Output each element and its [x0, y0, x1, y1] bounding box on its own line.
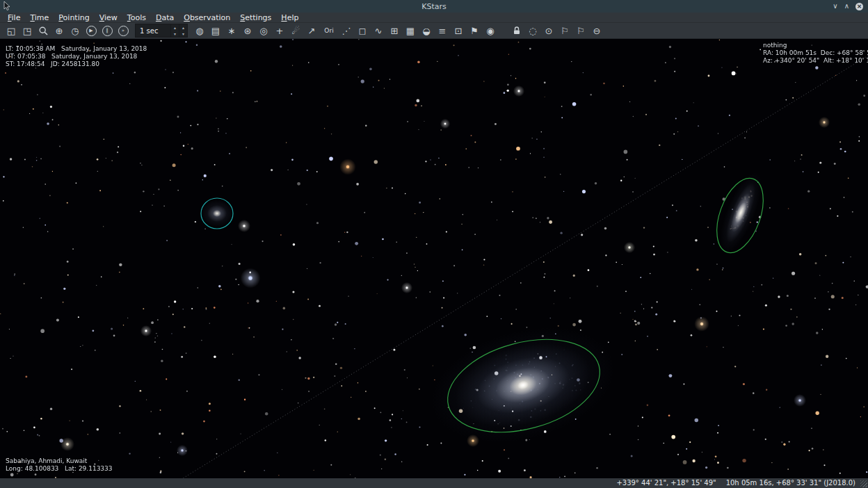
info-line: RA: 10h 00m 51s Dec: +68° 58' 57": [763, 49, 868, 57]
track-object-button[interactable]: ⊙: [541, 24, 556, 38]
toggle-deep-sky-objects-button[interactable]: ⊛: [240, 24, 255, 38]
zoom-out-button[interactable]: ◳: [19, 24, 35, 38]
toggle-comets-button[interactable]: ☄: [288, 24, 303, 38]
menu-pointing[interactable]: Pointing: [54, 13, 94, 23]
resize-grip[interactable]: [860, 480, 867, 487]
zoom-in-button[interactable]: ◱: [3, 24, 19, 38]
focus-info-panel: nothingRA: 10h 00m 51s Dec: +68° 58' 57"…: [763, 42, 868, 65]
time-step-arrows-2: ▴▾: [179, 24, 187, 37]
pause-clock-button[interactable]: ∥: [99, 24, 115, 38]
info-line: nothing: [763, 42, 868, 49]
find-object-button[interactable]: [35, 24, 51, 38]
toggle-constellation-names-button[interactable]: Ori: [320, 24, 338, 38]
center-telescope-button[interactable]: ◌: [525, 24, 540, 38]
menu-tools[interactable]: Tools: [122, 13, 151, 23]
toggle-stars-button[interactable]: ∗: [224, 24, 239, 38]
close-icon[interactable]: ×: [855, 3, 863, 10]
export-sky-image-button[interactable]: ▤: [208, 24, 223, 38]
observation-planner-button[interactable]: ⊡: [451, 24, 466, 38]
location-info-panel: Sabahiya, Ahmadi, KuwaitLong: 48.100833 …: [6, 457, 113, 473]
menu-data[interactable]: Data: [151, 13, 179, 23]
menu-observation[interactable]: Observation: [179, 13, 235, 23]
kstars-window: KStars ∨ ∧ × FileTimePointingViewToolsDa…: [0, 0, 868, 488]
titlebar[interactable]: KStars ∨ ∧ ×: [0, 0, 868, 13]
mouse-cursor: [3, 1, 12, 11]
whats-interesting-button[interactable]: ≡: [435, 24, 450, 38]
sky-view: LT: 10:05:38 AM Saturday, January 13, 20…: [0, 39, 868, 478]
toggle-constellation-boundaries-button[interactable]: ◻: [355, 24, 370, 38]
window-controls: ∨ ∧ ×: [833, 0, 863, 13]
toolbar-separator: [499, 23, 508, 38]
info-line: Long: 48.100833 Lat: 29.113333: [6, 465, 113, 473]
geographic-location-button[interactable]: ⊕: [51, 24, 67, 38]
sky-map[interactable]: [0, 39, 868, 478]
toggle-equatorial-grid-button[interactable]: ⊞: [387, 24, 402, 38]
menubar: FileTimePointingViewToolsDataObservation…: [0, 13, 868, 23]
coordinate-system-toggle[interactable]: ◍: [192, 24, 207, 38]
toggle-horizon-button[interactable]: ◒: [419, 24, 434, 38]
toggle-satellites-button[interactable]: ◉: [483, 24, 498, 38]
info-line: ST: 17:48:54 JD: 2458131.80: [6, 60, 147, 68]
advance-one-step-button[interactable]: »: [115, 24, 131, 38]
time-step-down-icon[interactable]: ▾: [179, 31, 187, 37]
menu-view[interactable]: View: [95, 13, 122, 23]
abort-mount-button[interactable]: ⊖: [589, 24, 604, 38]
menu-time[interactable]: Time: [25, 13, 54, 23]
toggle-solar-system-button[interactable]: ◎: [256, 24, 271, 38]
toggle-constellation-lines-button[interactable]: ⋰: [339, 24, 354, 38]
park-mount-button[interactable]: ⚐: [557, 24, 572, 38]
time-step-value[interactable]: 1 sec: [136, 24, 170, 37]
minimize-icon[interactable]: ∨: [833, 3, 837, 10]
time-step-down-icon[interactable]: ▾: [171, 31, 179, 37]
toggle-asteroids-button[interactable]: ↗: [304, 24, 319, 38]
start-clock-button[interactable]: ▶: [83, 24, 99, 38]
unpark-mount-button[interactable]: ⚐: [573, 24, 588, 38]
toggle-supernovae-button[interactable]: +: [272, 24, 287, 38]
toggle-horizontal-grid-button[interactable]: ▦: [403, 24, 418, 38]
toggle-milky-way-button[interactable]: ∿: [371, 24, 386, 38]
time-step-spinbox[interactable]: 1 sec▴▾▴▾: [135, 24, 188, 38]
time-info-panel: LT: 10:05:38 AM Saturday, January 13, 20…: [6, 45, 147, 68]
advance-one-step-button-icon: »: [118, 26, 129, 36]
time-step-up-icon[interactable]: ▴: [171, 24, 179, 31]
menu-help[interactable]: Help: [276, 13, 303, 23]
time-step-up-icon[interactable]: ▴: [179, 24, 187, 31]
info-line: Az: +340° 20' 54" Alt: +18° 10' 16": [763, 57, 868, 65]
menu-settings[interactable]: Settings: [235, 13, 276, 23]
status-radec: 10h 05m 16s, +68° 33' 31" (J2018.0): [726, 478, 855, 488]
set-time-button[interactable]: ◷: [67, 24, 83, 38]
info-line: LT: 10:05:38 AM Saturday, January 13, 20…: [6, 45, 147, 53]
start-clock-button-icon: ▶: [86, 26, 97, 36]
time-step-arrows-1: ▴▾: [170, 24, 179, 37]
toolbar: ◱◳⊕◷▶∥»1 sec▴▾▴▾◍▤∗⊛◎+☄↗Ori⋰◻∿⊞▦◒≡⊡⚑◉◌⊙⚐…: [0, 23, 868, 39]
info-line: Sabahiya, Ahmadi, Kuwait: [6, 457, 113, 465]
menu-file[interactable]: File: [3, 13, 25, 23]
maximize-icon[interactable]: ∧: [844, 3, 849, 10]
info-line: UT: 07:05:38 Saturday, January 13, 2018: [6, 53, 147, 60]
statusbar: +339° 44' 21", +18° 15' 49" 10h 05m 16s,…: [0, 478, 868, 488]
toggle-flags-button[interactable]: ⚑: [467, 24, 482, 38]
status-azalt: +339° 44' 21", +18° 15' 49": [616, 478, 716, 488]
window-title: KStars: [421, 2, 447, 11]
lock-position-button[interactable]: [509, 24, 524, 38]
pause-clock-button-icon: ∥: [102, 26, 113, 36]
